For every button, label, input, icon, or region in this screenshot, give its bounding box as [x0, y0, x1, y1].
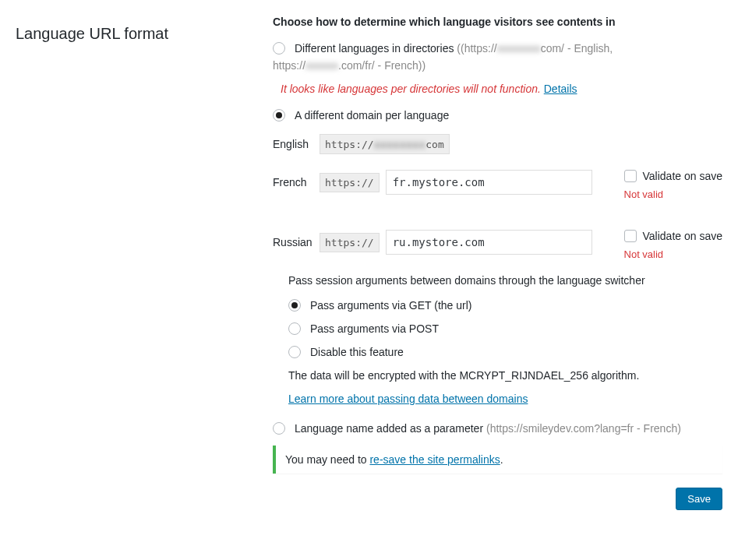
french-validate-checkbox[interactable]	[624, 170, 637, 182]
french-scheme: https://	[320, 173, 380, 192]
encrypt-note: The data will be encrypted with the MCRY…	[288, 369, 722, 382]
radio-pass-post-label: Pass arguments via POST	[310, 322, 439, 335]
radio-directories[interactable]	[273, 42, 285, 55]
warning-details-link[interactable]: Details	[544, 83, 577, 95]
radio-pass-disable-label: Disable this feature	[310, 346, 404, 358]
parameter-hint: (https://smileydev.com?lang=fr - French)	[486, 422, 681, 435]
radio-parameter-label: Language name added as a parameter	[295, 422, 483, 435]
directories-hint-part2: https://xxxxxx.com/fr/ - French))	[273, 59, 722, 72]
directories-warning: It looks like languages per directories …	[281, 83, 722, 95]
french-label: French	[273, 176, 313, 188]
radio-domain[interactable]	[273, 109, 285, 122]
english-label: English	[273, 138, 313, 150]
russian-domain-input[interactable]	[386, 230, 592, 255]
english-domain-display: https://xxxxxxxxcom	[320, 134, 450, 154]
radio-pass-get[interactable]	[288, 299, 301, 312]
pass-heading: Pass session arguments between domains t…	[288, 274, 722, 287]
french-domain-input[interactable]	[386, 170, 592, 195]
radio-pass-get-label: Pass arguments via GET (the url)	[310, 299, 471, 312]
radio-parameter[interactable]	[273, 422, 285, 435]
resave-permalinks-link[interactable]: re-save the site permalinks	[369, 453, 500, 466]
save-button[interactable]: Save	[676, 488, 722, 510]
french-status: Not valid	[624, 188, 722, 200]
radio-pass-disable[interactable]	[288, 346, 301, 358]
section-title: Language URL format	[16, 25, 257, 43]
russian-validate-label: Validate on save	[643, 230, 722, 242]
section-heading: Choose how to determine which language v…	[273, 16, 722, 28]
russian-validate-checkbox[interactable]	[624, 230, 637, 242]
russian-status: Not valid	[624, 248, 722, 260]
radio-directories-label: Different languages in directories	[295, 42, 454, 55]
learn-more-link[interactable]: Learn more about passing data between do…	[288, 393, 528, 405]
radio-pass-post[interactable]	[288, 322, 301, 335]
directories-hint-part1: ((https://xxxxxxxxcom/ - English,	[457, 42, 613, 55]
french-validate-label: Validate on save	[643, 170, 722, 182]
russian-label: Russian	[273, 236, 313, 248]
permalink-notice: You may need to re-save the site permali…	[273, 446, 722, 474]
radio-domain-label: A different domain per language	[295, 109, 449, 122]
russian-scheme: https://	[320, 233, 380, 252]
